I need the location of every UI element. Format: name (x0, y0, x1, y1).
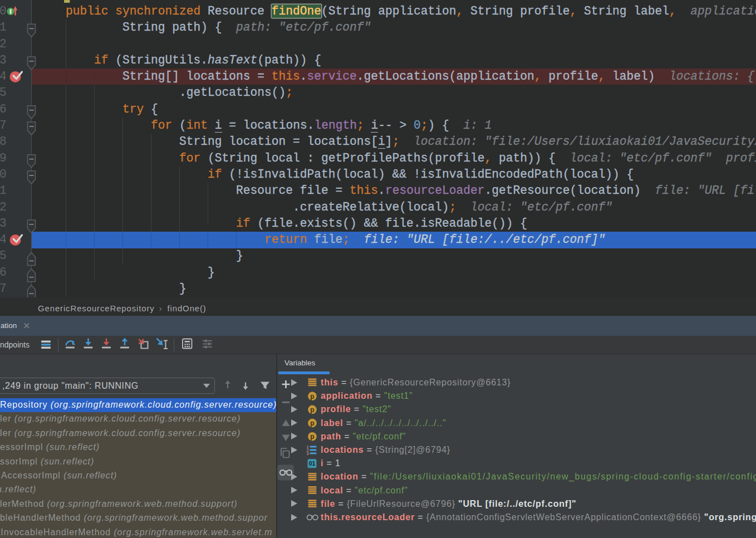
svg-text:p: p (310, 393, 314, 400)
svg-text:3: 3 (306, 451, 308, 456)
svg-text:01: 01 (309, 460, 316, 467)
svg-text:p: p (310, 419, 314, 427)
svg-text:p: p (310, 406, 314, 414)
svg-text:p: p (310, 433, 314, 441)
